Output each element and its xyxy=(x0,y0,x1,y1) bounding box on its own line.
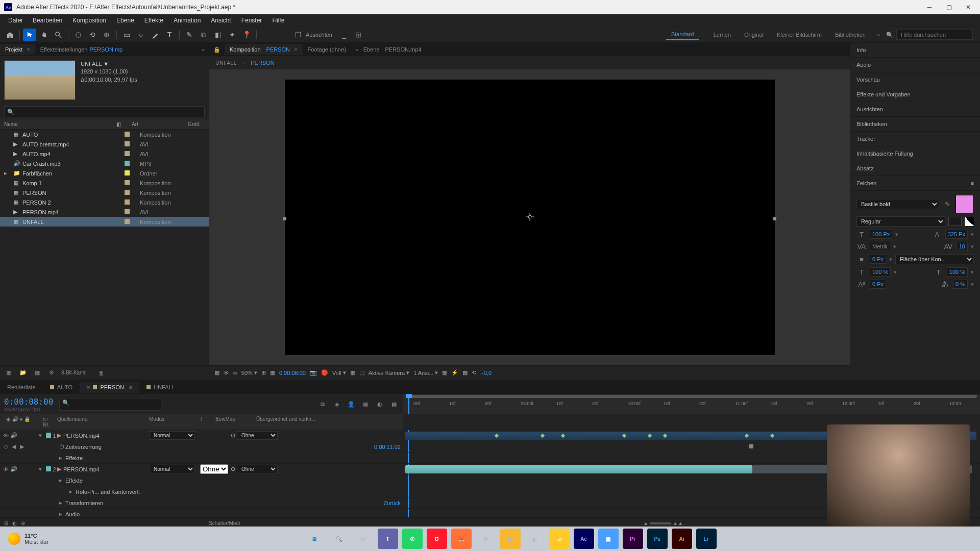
rectangle-tool[interactable]: ▭ xyxy=(120,29,133,41)
text-tool[interactable]: T xyxy=(163,29,176,41)
explorer-icon[interactable]: 📁 xyxy=(549,529,570,549)
resolution-dropdown[interactable]: Voll ▾ xyxy=(332,369,346,376)
timeline-layer-row[interactable]: ▸ Roto-Pi... und Kantenverf. xyxy=(0,486,403,497)
toggle-switches-icon[interactable]: ⊞ xyxy=(4,520,8,526)
col-name-header[interactable]: Name xyxy=(4,121,116,127)
frame-blend-icon[interactable]: ▦ xyxy=(361,399,370,409)
project-item[interactable]: 🔊 Car Crash.mp3 MP3 xyxy=(0,159,209,168)
current-time-display[interactable]: 0:00:08:00 xyxy=(4,397,53,407)
menu-fenster[interactable]: Fenster xyxy=(236,15,267,26)
motion-blur-icon[interactable]: ◐ xyxy=(375,399,384,409)
workspace-kleiner[interactable]: Kleiner Bildschirm xyxy=(772,30,827,40)
tab-renderliste[interactable]: Renderliste xyxy=(0,382,43,393)
tracking-input[interactable]: 10 xyxy=(957,242,968,251)
timeline-layer-row[interactable]: 👁🔊 ▾ 1 ▶ PERSON.mp4 Normal ⊙ Ohne xyxy=(0,430,403,441)
project-item[interactable]: ▦ PERSON Komposition xyxy=(0,188,209,197)
tab-footage[interactable]: Footage (ohne) xyxy=(303,44,351,55)
menu-hilfe[interactable]: Hilfe xyxy=(267,15,289,26)
project-item[interactable]: ▶ AUTO bremst.mp4 AVI xyxy=(0,139,209,149)
vscale-input[interactable]: 100 % xyxy=(870,267,891,277)
hand-tool[interactable] xyxy=(37,29,51,41)
fill-color-swatch[interactable] xyxy=(955,195,974,213)
maximize-button[interactable]: ▢ xyxy=(945,4,952,11)
puppet-tool[interactable]: 📍 xyxy=(240,29,253,41)
font-size-input[interactable]: 100 Px xyxy=(870,230,892,239)
refresh-icon[interactable]: ⟲ xyxy=(472,369,476,376)
teams-icon[interactable]: T xyxy=(378,529,398,549)
swap-colors-icon[interactable] xyxy=(965,217,974,226)
help-search-input[interactable] xyxy=(896,30,973,40)
project-item[interactable]: ▦ AUTO Komposition xyxy=(0,130,209,139)
tsume-input[interactable]: 0 % xyxy=(953,280,968,289)
tab-komposition[interactable]: Komposition PERSON ≡ xyxy=(225,44,303,55)
trash-icon[interactable]: 🗑 xyxy=(96,368,106,378)
new-folder-icon[interactable]: 📁 xyxy=(18,368,28,378)
panel-fuellung[interactable]: Inhaltsbasierte Füllung xyxy=(850,146,980,161)
tab-person[interactable]: ×PERSON≡ xyxy=(80,382,139,393)
project-search-input[interactable] xyxy=(4,106,205,117)
menu-ebene[interactable]: Ebene xyxy=(111,15,139,26)
panel-absatz[interactable]: Absatz xyxy=(850,161,980,176)
selection-tool[interactable] xyxy=(23,29,36,41)
minimize-button[interactable]: ─ xyxy=(926,4,933,11)
zoom-dropdown[interactable]: 50% ▾ xyxy=(241,369,257,376)
project-item[interactable]: ▶ AUTO.mp4 AVI xyxy=(0,149,209,159)
panel-ausrichten[interactable]: Ausrichten xyxy=(850,102,980,117)
col-parent[interactable]: Übergeordnet und verkn... xyxy=(254,415,317,429)
time-display[interactable]: 0:00:08:00 xyxy=(279,370,306,376)
col-label-header[interactable]: ◧ xyxy=(116,121,132,127)
pan-behind-tool[interactable]: ⊕ xyxy=(100,29,113,41)
panel-zeichen-header[interactable]: Zeichen≡ xyxy=(850,176,980,191)
panel-vorschau[interactable]: Vorschau xyxy=(850,72,980,87)
channel-display[interactable]: 🔴 xyxy=(321,369,328,376)
timeline-layer-row[interactable]: ▸ Effekte xyxy=(0,453,403,464)
task-view-button[interactable]: ▭ xyxy=(353,529,374,549)
orbit-tool[interactable] xyxy=(71,29,85,41)
camera-dropdown[interactable]: Aktive Kamera ▾ xyxy=(369,369,410,376)
col-art-header[interactable]: Art xyxy=(132,121,188,127)
app-icon-2[interactable]: ▦ xyxy=(500,529,521,549)
app-icon-4[interactable]: ▦ xyxy=(598,529,619,549)
close-button[interactable]: ✕ xyxy=(965,4,972,11)
col-size-header[interactable]: Größ xyxy=(188,121,200,127)
snap-checkbox[interactable]: ☐ xyxy=(291,29,305,41)
photoshop-icon[interactable]: Ps xyxy=(647,529,668,549)
col-modus[interactable]: Modus xyxy=(147,415,198,429)
channel-icon[interactable]: 👁 xyxy=(224,370,229,376)
start-button[interactable]: ⊞ xyxy=(304,529,325,549)
panel-bibliotheken[interactable]: Bibliotheken xyxy=(850,117,980,132)
mask-toggle-icon[interactable]: ▦ xyxy=(214,369,219,376)
kerning-input[interactable]: Metrik xyxy=(870,242,890,251)
fill-method-select[interactable]: Fläche über Kon... xyxy=(895,254,974,264)
clone-tool[interactable]: ⧉ xyxy=(197,29,210,41)
menu-komposition[interactable]: Komposition xyxy=(67,15,111,26)
eyedropper-icon[interactable]: ✎ xyxy=(942,201,952,208)
font-family-select[interactable]: Bastile bold xyxy=(856,199,939,209)
workspace-original[interactable]: Original xyxy=(739,30,769,40)
lightroom-icon[interactable]: Lr xyxy=(696,529,717,549)
timeline-layer-row[interactable]: ▸ Audio xyxy=(0,509,403,517)
tab-ebene[interactable]: ▫ Ebene PERSON.mp4 xyxy=(351,44,427,55)
menu-datei[interactable]: Datei xyxy=(3,15,28,26)
col-quelle[interactable]: Quellenname xyxy=(55,415,147,429)
workspace-standard[interactable]: Standard xyxy=(666,29,699,40)
col-t[interactable]: T xyxy=(198,415,213,429)
region-icon[interactable]: ▢ xyxy=(359,369,364,376)
menu-effekte[interactable]: Effekte xyxy=(139,15,168,26)
menu-bearbeiten[interactable]: Bearbeiten xyxy=(28,15,67,26)
composition-viewer[interactable] xyxy=(209,69,850,365)
panel-audio[interactable]: Audio xyxy=(850,58,980,72)
comp-mini-flowchart-icon[interactable]: ⧉ xyxy=(318,399,327,409)
font-style-select[interactable]: Regular xyxy=(856,216,945,227)
premiere-icon[interactable]: Pr xyxy=(623,529,643,549)
stroke-width-input[interactable]: 0 Px xyxy=(870,255,886,264)
project-item[interactable]: ▦ Komp 1 Komposition xyxy=(0,178,209,188)
breadcrumb-unfall[interactable]: UNFALL xyxy=(215,60,237,66)
eraser-tool[interactable]: ◧ xyxy=(211,29,225,41)
project-item[interactable]: ▶ PERSON.mp4 AVI xyxy=(0,207,209,217)
views-dropdown[interactable]: 1 Ansi... ▾ xyxy=(413,369,438,376)
guides-icon[interactable]: ▦ xyxy=(270,369,275,376)
menu-animation[interactable]: Animation xyxy=(168,15,206,26)
lock-icon[interactable]: 🔒 xyxy=(209,46,225,53)
illustrator-icon[interactable]: Ai xyxy=(672,529,692,549)
